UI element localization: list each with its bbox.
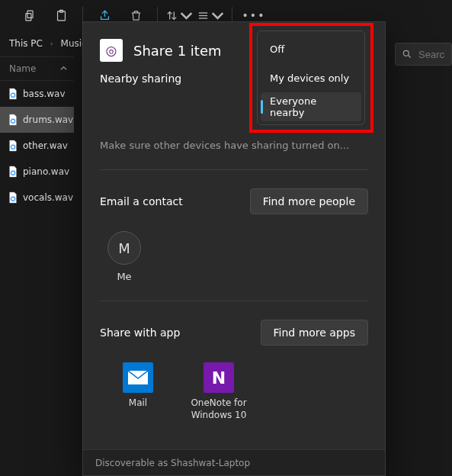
chevron-up-icon (60, 63, 67, 74)
share-item-icon: ◎ (100, 39, 123, 62)
chevron-down-icon (180, 9, 193, 22)
search-input[interactable] (418, 49, 445, 60)
apps-list: MailNOneNote for Windows 10 (100, 362, 368, 421)
share-footer: Discoverable as Shashwat-Laptop (83, 449, 385, 475)
find-more-people-button[interactable]: Find more people (250, 188, 368, 214)
nearby-option[interactable]: My devices only (261, 63, 361, 92)
svg-rect-0 (27, 11, 32, 18)
nearby-sharing-dropdown: OffMy devices onlyEveryone nearby (257, 31, 365, 125)
file-name: bass.wav (23, 88, 66, 99)
copy-button[interactable] (15, 3, 44, 27)
file-row[interactable]: piano.wav (0, 159, 74, 185)
mail-icon (128, 371, 148, 384)
file-row[interactable]: vocals.wav (0, 185, 74, 211)
file-name: vocals.wav (23, 192, 73, 203)
nearby-option[interactable]: Off (261, 34, 361, 63)
svg-point-4 (403, 50, 409, 56)
file-row[interactable]: drums.wav (0, 107, 74, 133)
email-contact-section: Email a contact Find more people (83, 188, 385, 214)
contact-label: Me (117, 271, 131, 282)
file-row[interactable]: other.wav (0, 133, 74, 159)
file-row[interactable]: bass.wav (0, 81, 74, 107)
breadcrumb-item[interactable]: This PC (9, 38, 43, 49)
find-more-apps-button[interactable]: Find more apps (261, 320, 369, 346)
divider (100, 169, 368, 170)
svg-rect-1 (25, 13, 30, 20)
paste-button[interactable] (46, 3, 75, 27)
search-box[interactable] (395, 43, 452, 66)
column-header-name[interactable]: Name (0, 56, 74, 81)
share-title: Share 1 item (133, 43, 222, 59)
email-contact-title: Email a contact (100, 195, 183, 207)
onenote-icon: N (204, 362, 234, 393)
share-app-title: Share with app (100, 326, 180, 339)
contact-me[interactable]: M Me (100, 231, 149, 282)
share-app[interactable]: NOneNote for Windows 10 (190, 362, 248, 421)
column-header-label: Name (9, 63, 36, 74)
contacts-list: M Me (83, 214, 385, 282)
app-label: Mail (129, 397, 147, 410)
file-name: other.wav (23, 140, 68, 151)
avatar: M (107, 231, 141, 265)
file-name: drums.wav (23, 114, 73, 125)
search-icon (402, 49, 412, 60)
nearby-option[interactable]: Everyone nearby (261, 92, 361, 121)
share-app-section: Share with app Find more apps (83, 320, 385, 346)
chevron-right-icon: › (50, 40, 53, 47)
file-list: bass.wavdrums.wavother.wavpiano.wavvocal… (0, 81, 74, 211)
divider (100, 301, 368, 301)
share-app[interactable]: Mail (109, 362, 167, 421)
app-label: OneNote for Windows 10 (190, 397, 248, 421)
nearby-sharing-hint: Make sure other devices have sharing tur… (100, 140, 368, 151)
chevron-down-icon (211, 9, 224, 22)
file-name: piano.wav (23, 166, 69, 177)
